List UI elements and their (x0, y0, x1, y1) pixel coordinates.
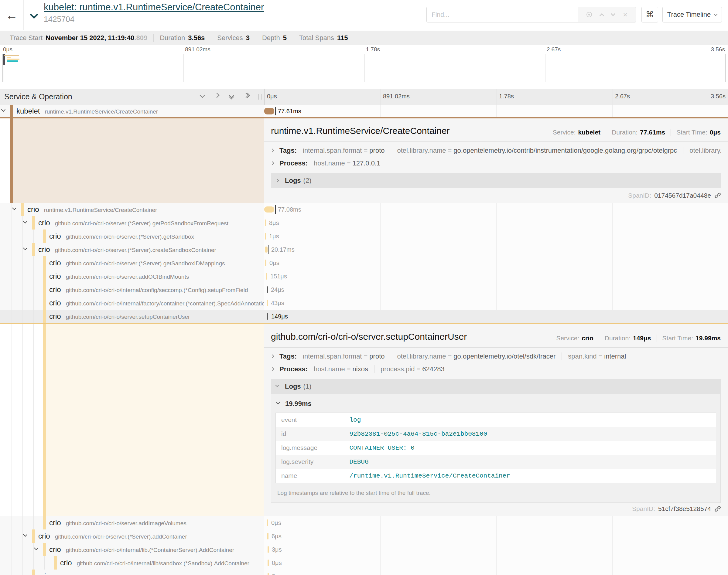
ruler-tick-label: 891.02ms (383, 93, 410, 100)
collapse-caret-icon[interactable] (24, 246, 28, 251)
span-duration-tick (265, 219, 266, 226)
expand-all-icon[interactable] (244, 94, 251, 100)
span-row[interactable]: criogithub.com/cri-o/cri-o/internal/fact… (0, 296, 728, 310)
collapse-caret-icon[interactable] (2, 108, 6, 112)
service-color-bar (43, 310, 46, 323)
collapse-caret-icon[interactable] (24, 220, 28, 224)
span-name-text: kubeletruntime.v1.RuntimeService/CreateC… (16, 107, 158, 115)
tag-value: proto (369, 352, 385, 360)
span-name-cell: criogithub.com/cri-o/cri-o/server.(*Serv… (0, 243, 264, 256)
logs-label: Logs (285, 382, 301, 391)
span-name-cell: kubeletruntime.v1.RuntimeService/CreateC… (0, 105, 264, 117)
span-row[interactable]: criogithub.com/cri-o/cri-o/server.addIma… (0, 516, 728, 530)
span-row[interactable]: criogithub.com/cri-o/cri-o/internal/lib/… (0, 556, 728, 570)
clear-find-icon[interactable]: × (623, 11, 627, 19)
span-row[interactable]: criogithub.com/cri-o/cri-o/internal/lib.… (0, 543, 728, 556)
logs-expander[interactable]: Logs (2) (271, 173, 721, 188)
trace-title-link[interactable]: kubelet: runtime.v1.RuntimeService/Creat… (44, 2, 264, 13)
tree-guide-line (33, 270, 34, 283)
span-name-text: criogithub.com/cri-o/cri-o/server.setupC… (49, 312, 190, 320)
process-expander[interactable]: Process: host.name=127.0.0.1 (264, 155, 728, 167)
service-name: crio (60, 559, 72, 567)
span-duration-label: 6μs (271, 533, 282, 540)
service-name: crio (49, 312, 61, 320)
summary-label: Total Spans (299, 34, 334, 42)
detail-row-tint (46, 324, 264, 516)
command-icon: ⌘ (646, 10, 654, 20)
span-name-text: criogithub.com/cri-o/cri-o/internal/fact… (49, 299, 264, 307)
tree-guide-line (23, 256, 23, 270)
view-selector-button[interactable]: Trace Timeline (662, 7, 722, 23)
collapse-one-icon[interactable] (200, 94, 207, 100)
minimap-tick-label: 891.02ms (185, 46, 210, 53)
column-resizer-handle[interactable] (259, 94, 262, 100)
process-expander[interactable]: Process: host.name=nixosprocess.pid=6242… (264, 360, 728, 373)
span-duration-label: 149μs (271, 313, 288, 320)
span-row[interactable]: criogithub.com/cri-o/cri-o/server.(*Serv… (0, 570, 728, 575)
span-duration-tick (268, 560, 269, 566)
service-name: crio (49, 232, 61, 240)
log-entry-expander[interactable]: 19.99ms (275, 399, 716, 413)
span-duration-tick (267, 286, 268, 293)
collapse-trace-header-icon[interactable] (31, 11, 39, 20)
collapse-caret-icon[interactable] (35, 546, 39, 551)
tree-guide-line (44, 556, 45, 570)
summary-value: 115 (337, 34, 348, 42)
span-name-text: criogithub.com/cri-o/cri-o/server.addIma… (49, 518, 187, 527)
log-field-row: log.messageCONTAINER USER: 0 (276, 441, 716, 455)
top-bar: ← kubelet: runtime.v1.RuntimeService/Cre… (0, 0, 728, 30)
tag-value: go.opentelemetry.io/otel/sdk/tracer (454, 352, 556, 360)
minimap-span (7, 59, 20, 60)
tag-key: host.name (314, 365, 345, 373)
ruler-tick-label: 3.56s (711, 93, 726, 100)
back-button[interactable]: ← (0, 0, 24, 30)
collapse-all-icon[interactable] (230, 94, 236, 100)
span-row[interactable]: crioruntime.v1.RuntimeService/CreateCont… (0, 203, 728, 216)
operation-name: github.com/cri-o/cri-o/server.setupConta… (66, 314, 190, 320)
collapse-caret-icon[interactable] (24, 533, 28, 537)
log-fields-table: eventlogid92b82381-025c-4a64-815c-ba2e1b… (275, 413, 716, 483)
minimap-canvas[interactable] (2, 54, 726, 82)
span-row[interactable]: criogithub.com/cri-o/cri-o/server.setupC… (0, 310, 728, 323)
service-color-bar (32, 216, 35, 230)
span-row[interactable]: criogithub.com/cri-o/cri-o/internal/conf… (0, 283, 728, 296)
tags-label: Tags: (279, 352, 297, 360)
span-rows-container: kubeletruntime.v1.RuntimeService/CreateC… (0, 105, 728, 575)
span-row[interactable]: criogithub.com/cri-o/cri-o/server.(*Serv… (0, 530, 728, 543)
span-row[interactable]: kubeletruntime.v1.RuntimeService/CreateC… (0, 105, 728, 117)
logs-expander[interactable]: Logs (1) (271, 379, 721, 394)
service-color-stripe (10, 119, 13, 203)
collapse-caret-icon[interactable] (13, 206, 17, 211)
log-field-key: log.severity (276, 455, 344, 469)
log-field-row: id92b82381-025c-4a64-815c-ba2e1bb08100 (276, 427, 716, 441)
summary-label: Trace Start (10, 34, 42, 42)
span-row[interactable]: criogithub.com/cri-o/cri-o/server.(*Serv… (0, 230, 728, 243)
keyboard-shortcuts-button[interactable]: ⌘ (641, 7, 658, 23)
span-row[interactable]: criogithub.com/cri-o/cri-o/server.addOCI… (0, 270, 728, 283)
service-color-bar (10, 105, 13, 117)
span-row[interactable]: criogithub.com/cri-o/cri-o/server.(*Serv… (0, 216, 728, 230)
tag-value: go.opentelemetry.io/contrib/instrumentat… (454, 147, 677, 154)
find-input[interactable] (426, 7, 578, 23)
operation-name: github.com/cri-o/cri-o/server.(*Server).… (55, 573, 214, 575)
service-color-bar (43, 516, 46, 530)
span-row[interactable]: criogithub.com/cri-o/cri-o/server.(*Serv… (0, 256, 728, 270)
span-duration-bar (264, 206, 274, 212)
tag-key: internal.span.format (303, 147, 362, 154)
previous-match-icon[interactable] (599, 13, 604, 18)
focus-match-icon[interactable] (587, 12, 592, 17)
deep-link-icon[interactable] (714, 505, 721, 512)
service-color-bar (43, 230, 46, 243)
expand-one-icon[interactable] (215, 94, 222, 100)
tags-expander[interactable]: Tags: internal.span.format=protootel.lib… (264, 348, 728, 360)
span-duration-label: 20.17ms (271, 246, 295, 253)
tags-expander[interactable]: Tags: internal.span.format=protootel.lib… (264, 142, 728, 155)
logs-count: (2) (303, 177, 311, 184)
next-match-icon[interactable] (611, 11, 616, 16)
span-row[interactable]: criogithub.com/cri-o/cri-o/server.(*Serv… (0, 243, 728, 256)
tag-key: span.kind (568, 352, 596, 360)
tree-guide-line (23, 543, 23, 556)
service-name: kubelet (16, 107, 40, 115)
deep-link-icon[interactable] (714, 192, 721, 199)
minimap-span (7, 57, 11, 58)
